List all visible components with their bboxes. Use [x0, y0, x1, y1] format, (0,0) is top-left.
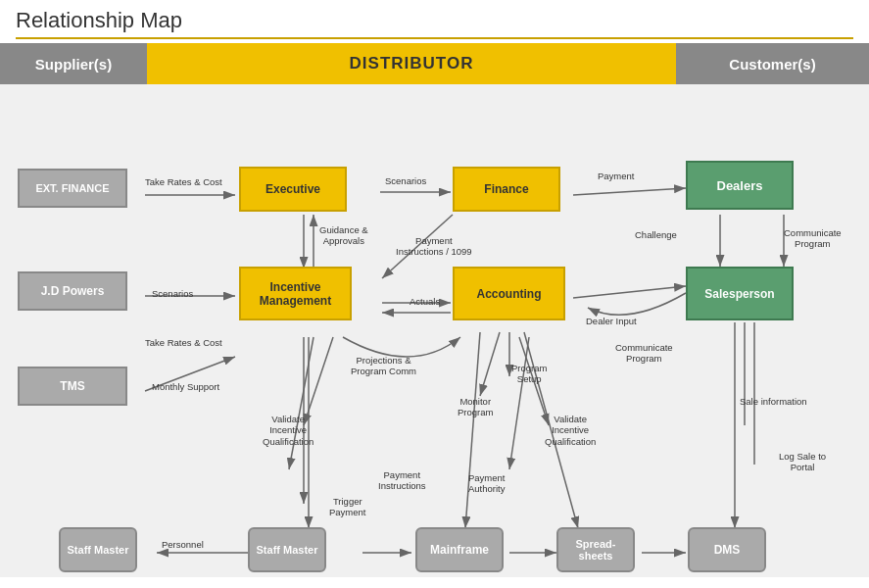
node-incentive-mgmt: Incentive Management: [239, 267, 352, 320]
node-mainframe: Mainframe: [415, 527, 504, 572]
node-accounting: Accounting: [453, 267, 565, 320]
label-take-rates-1: Take Rates & Cost: [145, 176, 222, 187]
band-distributor: DISTRIBUTOR: [147, 43, 676, 84]
svg-line-19: [289, 337, 314, 469]
node-executive: Executive: [239, 167, 347, 212]
label-actuals: Actuals: [410, 296, 440, 307]
node-tms: TMS: [18, 367, 127, 406]
node-dealers: Dealers: [686, 161, 794, 210]
label-monitor-program: Monitor Program: [458, 396, 493, 418]
node-ext-finance: EXT. FINANCE: [18, 169, 127, 208]
label-scenarios-2: Scenarios: [152, 288, 193, 299]
node-staff-master-right: Staff Master: [248, 527, 326, 572]
svg-line-16: [480, 332, 500, 396]
diagram-container: Supplier(s) DISTRIBUTOR Customer(s): [0, 43, 869, 577]
node-salesperson: Salesperson: [686, 267, 794, 320]
node-staff-master-left: Staff Master: [59, 527, 137, 572]
label-trigger-payment: Trigger Payment: [329, 496, 366, 518]
label-challenge: Challenge: [635, 229, 677, 240]
label-take-rates-2: Take Rates & Cost: [145, 337, 222, 348]
label-scenarios-1: Scenarios: [385, 175, 426, 186]
label-projections: Projections & Program Comm: [351, 355, 416, 377]
node-jd-powers: J.D Powers: [18, 271, 127, 311]
svg-line-12: [573, 286, 686, 298]
band-supplier: Supplier(s): [0, 43, 147, 84]
label-payment-instructions: Payment Instructions: [378, 469, 426, 492]
label-validate-2: Validate Incentive Qualification: [545, 414, 596, 447]
label-payment-authority: Payment Authority: [468, 472, 506, 495]
band-customer: Customer(s): [676, 43, 869, 84]
svg-line-20: [509, 337, 529, 469]
label-payment: Payment: [598, 171, 635, 181]
title-underline: [16, 37, 853, 39]
label-monthly-support: Monthly Support: [152, 381, 219, 392]
node-spreadsheets: Spread- sheets: [556, 527, 635, 572]
page-title: Relationship Map: [0, 0, 869, 37]
label-communicate-program-2: Communicate Program: [615, 342, 673, 365]
svg-line-17: [304, 337, 333, 425]
node-dms: DMS: [688, 527, 766, 572]
label-payment-instructions-1099: Payment Instructions / 1099: [396, 235, 472, 258]
label-sale-information: Sale information: [740, 396, 807, 407]
label-dealer-input: Dealer Input: [586, 316, 637, 326]
label-guidance-approvals: Guidance & Approvals: [319, 224, 368, 247]
svg-line-9: [573, 188, 686, 195]
label-validate-1: Validate Incentive Qualification: [263, 414, 314, 447]
label-communicate-program-1: Communicate Program: [784, 227, 842, 250]
svg-line-27: [465, 332, 480, 528]
label-log-sale-portal: Log Sale to Portal: [779, 451, 826, 473]
label-program-setup: Program Setup: [511, 363, 547, 385]
label-personnel: Personnel: [162, 539, 204, 550]
node-finance: Finance: [453, 167, 560, 212]
